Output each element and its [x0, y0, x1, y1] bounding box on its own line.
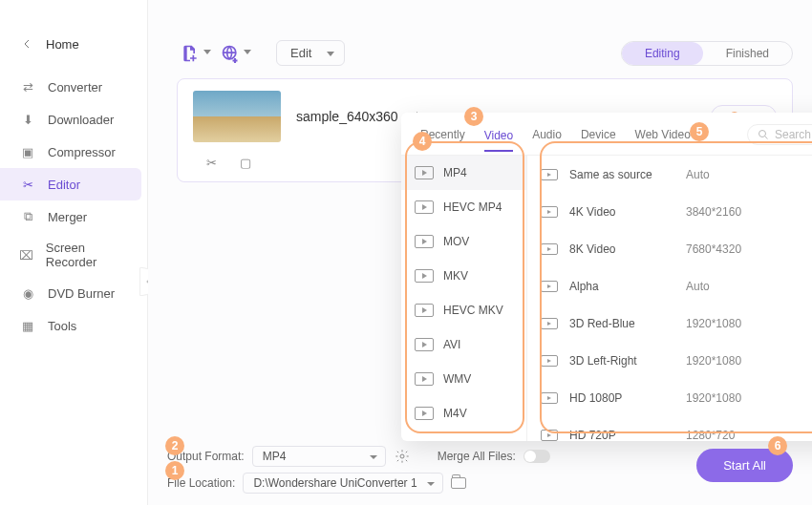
- preset-resolution: Auto: [686, 280, 710, 293]
- nav-icon: ✂: [19, 176, 36, 193]
- format-icon: [415, 235, 434, 248]
- nav-label: Merger: [48, 210, 87, 224]
- badge-2: 2: [165, 436, 184, 455]
- nav-label: Downloader: [48, 113, 114, 127]
- preset-row[interactable]: Same as sourceAuto: [527, 156, 812, 193]
- preset-resolution: 1920*1080: [686, 354, 741, 368]
- sidebar-item-tools[interactable]: ▦Tools: [0, 309, 147, 342]
- nav-label: Screen Recorder: [46, 241, 128, 269]
- format-icon: [415, 407, 434, 420]
- segment-editing[interactable]: Editing: [622, 42, 703, 65]
- add-file-button[interactable]: [177, 42, 203, 65]
- format-mp4[interactable]: MP4: [401, 156, 526, 190]
- preset-row[interactable]: 3D Left-Right1920*1080: [527, 342, 812, 379]
- nav-icon: ⧉: [19, 208, 36, 225]
- preset-label: Alpha: [569, 280, 674, 293]
- sidebar-item-compressor[interactable]: ▣Compressor: [0, 136, 147, 168]
- main-area: Edit Editing Finished sample_640x360 Sav…: [148, 0, 812, 505]
- tab-web[interactable]: Web Video: [635, 128, 691, 141]
- open-folder-icon[interactable]: [451, 477, 466, 489]
- preset-resolution: Auto: [686, 168, 710, 181]
- file-name: sample_640x360: [296, 109, 398, 124]
- status-segment: Editing Finished: [621, 41, 793, 66]
- preset-icon: [541, 169, 558, 180]
- format-label: MKV: [443, 269, 468, 283]
- sidebar: Home ⇄Converter⬇Downloader▣Compressor✂Ed…: [0, 0, 148, 505]
- back-icon: [19, 36, 34, 52]
- segment-finished[interactable]: Finished: [703, 42, 792, 65]
- nav-label: Editor: [48, 178, 80, 192]
- file-location-select[interactable]: D:\Wondershare UniConverter 1: [243, 473, 442, 494]
- preset-row[interactable]: 4K Video3840*2160: [527, 193, 812, 230]
- format-label: HEVC MKV: [443, 304, 503, 317]
- preset-row[interactable]: HD 1080P1920*1080: [527, 379, 812, 416]
- tab-video[interactable]: Video: [484, 129, 513, 152]
- sidebar-item-downloader[interactable]: ⬇Downloader: [0, 103, 147, 136]
- sidebar-item-merger[interactable]: ⧉Merger: [0, 200, 147, 233]
- format-icon: [415, 166, 434, 179]
- preset-row[interactable]: HD 720P1280*720: [527, 416, 812, 441]
- format-popup: Recently Video Audio Device Web Video Se…: [401, 113, 812, 441]
- mode-select[interactable]: Edit: [276, 40, 345, 66]
- preset-resolution: 7680*4320: [686, 242, 741, 256]
- merge-toggle[interactable]: [524, 450, 550, 463]
- video-thumbnail[interactable]: [193, 91, 281, 142]
- add-url-button[interactable]: [217, 42, 244, 65]
- output-settings-icon[interactable]: [394, 449, 411, 464]
- sidebar-item-screen-recorder[interactable]: ⌧Screen Recorder: [0, 233, 147, 277]
- format-hevc-mkv[interactable]: HEVC MKV: [401, 293, 526, 327]
- format-mkv[interactable]: MKV: [401, 259, 526, 293]
- sidebar-item-converter[interactable]: ⇄Converter: [0, 71, 147, 103]
- preset-label: HD 1080P: [569, 391, 674, 405]
- format-hevc-mp4[interactable]: HEVC MP4: [401, 190, 526, 224]
- tab-audio[interactable]: Audio: [532, 128, 562, 141]
- nav-icon: ⬇: [19, 111, 36, 128]
- format-icon: [415, 372, 434, 386]
- sidebar-item-editor[interactable]: ✂Editor: [0, 168, 141, 200]
- nav-icon: ▣: [19, 143, 36, 160]
- format-icon: [415, 338, 434, 351]
- tab-device[interactable]: Device: [581, 128, 616, 141]
- crop-icon[interactable]: ▢: [237, 156, 254, 170]
- badge-6: 6: [768, 436, 787, 455]
- preset-row[interactable]: 3D Red-Blue1920*1080: [527, 305, 812, 342]
- format-label: HEVC MP4: [443, 200, 502, 214]
- preset-label: 3D Left-Right: [569, 354, 674, 368]
- preset-icon: [541, 392, 558, 404]
- sidebar-item-dvd-burner[interactable]: ◉DVD Burner: [0, 277, 147, 309]
- preset-row[interactable]: 8K Video7680*4320: [527, 230, 812, 267]
- preset-label: 3D Red-Blue: [569, 317, 674, 330]
- format-icon: [415, 200, 434, 214]
- preset-label: 4K Video: [569, 205, 674, 219]
- preset-icon: [541, 355, 558, 367]
- format-wmv[interactable]: WMV: [401, 362, 526, 396]
- home-link[interactable]: Home: [0, 31, 147, 57]
- format-label: M4V: [443, 407, 467, 420]
- format-avi[interactable]: AVI: [401, 327, 526, 362]
- preset-icon: [541, 206, 558, 218]
- badge-4: 4: [413, 132, 432, 151]
- format-icon: [415, 269, 434, 283]
- preset-resolution: 1920*1080: [686, 317, 741, 330]
- preset-icon: [541, 243, 558, 255]
- preset-resolution: 1280*720: [686, 429, 735, 442]
- search-input[interactable]: Search: [747, 124, 812, 145]
- format-label: AVI: [443, 338, 460, 351]
- merge-label: Merge All Files:: [438, 450, 516, 463]
- preset-label: HD 720P: [569, 429, 674, 442]
- nav-label: Converter: [48, 80, 102, 95]
- svg-point-3: [400, 454, 404, 458]
- preset-label: Same as source: [569, 168, 674, 181]
- preset-row[interactable]: AlphaAuto: [527, 267, 812, 305]
- preset-label: 8K Video: [569, 242, 674, 256]
- nav-icon: ⇄: [19, 78, 36, 95]
- preset-icon: [541, 281, 558, 292]
- badge-3: 3: [464, 107, 483, 126]
- output-format-select[interactable]: MP4: [252, 446, 386, 467]
- badge-1: 1: [165, 461, 184, 480]
- format-m4v[interactable]: M4V: [401, 396, 526, 431]
- trim-icon[interactable]: ✂: [203, 156, 220, 170]
- nav-icon: ◉: [19, 284, 36, 302]
- format-label: MOV: [443, 235, 469, 248]
- format-mov[interactable]: MOV: [401, 224, 526, 259]
